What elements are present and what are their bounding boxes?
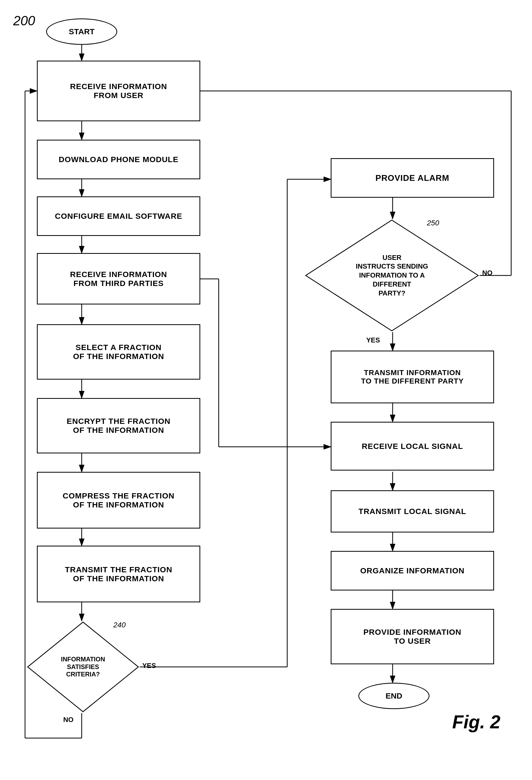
start-node: START (46, 18, 117, 45)
node-240: INFORMATIONSATISFIESCRITERIA? (26, 621, 140, 713)
node-220: SELECT A FRACTIONOF THE INFORMATION (37, 324, 200, 380)
fig-label: Fig. 2 (452, 712, 500, 733)
node-230: COMPRESS THE FRACTIONOF THE INFORMATION (37, 472, 200, 529)
node-245: PROVIDE ALARM (331, 158, 494, 198)
no-label-250: NO (482, 269, 492, 277)
node-212: CONFIGURE EMAIL SOFTWARE (37, 196, 200, 236)
yes-label-240: YES (142, 662, 156, 670)
no-label-240: NO (63, 716, 73, 724)
end-node: END (358, 683, 429, 709)
node-225: ENCRYPT THE FRACTIONOF THE INFORMATION (37, 398, 200, 453)
node-260: RECEIVE LOCAL SIGNAL (331, 422, 494, 471)
node-205: RECEIVE INFORMATIONFROM USER (37, 61, 200, 121)
node-210: DOWNLOAD PHONE MODULE (37, 140, 200, 179)
node-215: RECEIVE INFORMATIONFROM THIRD PARTIES (37, 253, 200, 304)
diagram-number: 200 (13, 13, 35, 29)
node-255: TRANSMIT INFORMATIONTO THE DIFFERENT PAR… (331, 351, 494, 403)
yes-label-250: YES (366, 336, 380, 344)
node-275: PROVIDE INFORMATIONTO USER (331, 609, 494, 664)
node-235: TRANSMIT THE FRACTIONOF THE INFORMATION (37, 546, 200, 602)
node-265: TRANSMIT LOCAL SIGNAL (331, 490, 494, 533)
flowchart-diagram: 200 START 205 RECEIVE INFORMATIONFROM US… (0, 0, 532, 780)
node-270: ORGANIZE INFORMATION (331, 551, 494, 590)
node-250: USERINSTRUCTS SENDINGINFORMATION TO ADIF… (304, 219, 480, 332)
